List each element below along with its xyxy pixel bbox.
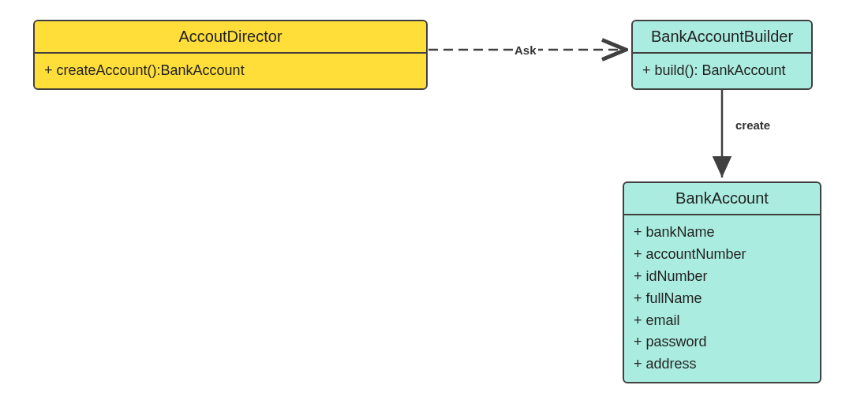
class-attribute: + bankName [634,222,810,244]
class-attribute: + password [634,331,810,353]
class-attribute: + accountNumber [634,244,810,266]
class-attribute: + idNumber [634,266,810,288]
class-attribute: + fullName [634,288,810,310]
class-name: AccoutDirector [35,21,426,54]
class-bank-account-builder: BankAccountBuilder + build(): BankAccoun… [631,20,813,90]
class-attribute: + email [634,310,810,332]
class-accout-director: AccoutDirector + createAccount():BankAcc… [33,20,428,90]
relation-label-create: create [734,118,772,132]
relation-label-ask: Ask [513,43,538,57]
class-body: + build(): BankAccount [633,54,811,88]
class-body: + bankName + accountNumber + idNumber + … [624,215,820,382]
class-bank-account: BankAccount + bankName + accountNumber +… [623,181,821,383]
class-name: BankAccount [624,183,820,215]
class-method: + build(): BankAccount [642,60,802,82]
class-attribute: + address [634,353,810,376]
class-name: BankAccountBuilder [633,21,811,54]
class-method: + createAccount():BankAccount [44,60,417,82]
class-body: + createAccount():BankAccount [35,54,426,88]
